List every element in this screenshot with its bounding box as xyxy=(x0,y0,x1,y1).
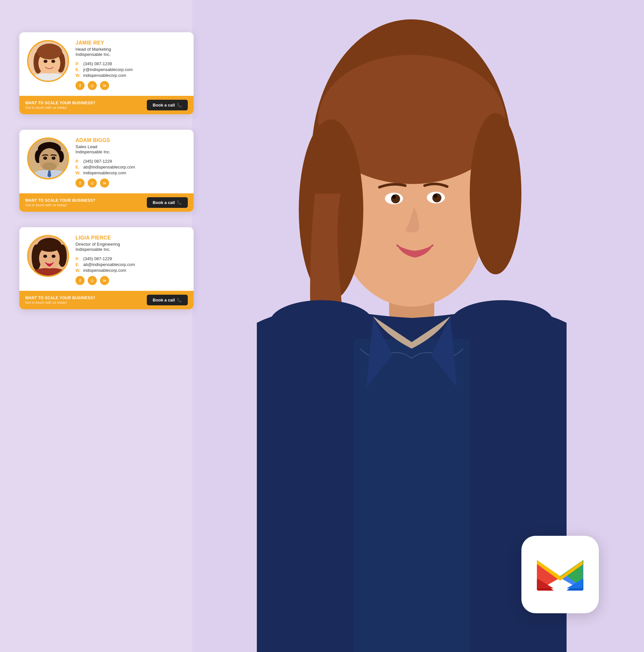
avatar-adam xyxy=(27,137,69,180)
cta-subtext-jamie: Get in touch with us today! xyxy=(25,106,95,109)
company-ligia: Indispensable Inc. xyxy=(76,247,186,252)
svg-point-43 xyxy=(37,44,62,59)
info-jamie: JAMIE REY Head of Marketing Indispensabl… xyxy=(76,40,186,90)
name-adam: ADAM BIGGS xyxy=(76,137,186,143)
signature-card-jamie: JAMIE REY Head of Marketing Indispensabl… xyxy=(19,32,194,114)
signature-card-ligia: LIGIA PIERCE Director of Engineering Ind… xyxy=(19,227,194,309)
signature-card-adam: ADAM BIGGS Sales Lead Indispensable Inc.… xyxy=(19,130,194,212)
phone-label-adam: P. xyxy=(76,159,81,164)
title-ligia: Director of Engineering xyxy=(76,242,186,247)
gmail-icon-badge[interactable] xyxy=(522,536,599,613)
instagram-icon-adam[interactable]: ◎ xyxy=(88,179,97,188)
social-ligia: f ◎ in xyxy=(76,276,186,285)
name-ligia: LIGIA PIERCE xyxy=(76,235,186,241)
website-value-ligia: indispensablecorp.com xyxy=(83,268,126,273)
svg-point-60 xyxy=(43,255,47,258)
phone-label-jamie: P. xyxy=(76,61,81,66)
card-body-adam: ADAM BIGGS Sales Lead Indispensable Inc.… xyxy=(19,130,194,193)
cta-subtext-adam: Get in touch with us today! xyxy=(25,203,95,207)
facebook-icon-ligia[interactable]: f xyxy=(76,276,85,285)
phone-label-ligia: P. xyxy=(76,256,81,261)
facebook-icon-adam[interactable]: f xyxy=(76,179,85,188)
svg-point-6 xyxy=(470,113,522,274)
title-adam: Sales Lead xyxy=(76,144,186,149)
cta-headline-adam: WANT TO SCALE YOUR BUSINESS? xyxy=(25,198,95,203)
email-label-adam: E. xyxy=(76,165,81,169)
cta-banner-jamie: WANT TO SCALE YOUR BUSINESS? Get in touc… xyxy=(19,96,194,114)
phone-value-adam: (345) 087-1229 xyxy=(83,159,112,164)
email-value-adam: ab@indispensablecorp.com xyxy=(83,165,135,169)
svg-point-44 xyxy=(44,60,48,63)
svg-point-9 xyxy=(391,194,400,203)
phone-icon-ligia: 📞 xyxy=(177,298,182,302)
email-value-ligia: ab@indispensablecorp.com xyxy=(83,262,135,267)
linkedin-icon-ligia[interactable]: in xyxy=(100,276,109,285)
svg-point-52 xyxy=(43,157,47,160)
website-value-adam: indispensablecorp.com xyxy=(83,170,126,175)
cta-headline-ligia: WANT TO SCALE YOUR BUSINESS? xyxy=(25,296,95,300)
cta-text-adam: WANT TO SCALE YOUR BUSINESS? Get in touc… xyxy=(25,198,95,207)
phone-icon-jamie: 📞 xyxy=(177,103,182,107)
instagram-icon-jamie[interactable]: ◎ xyxy=(88,81,97,90)
svg-point-12 xyxy=(433,194,437,198)
svg-point-14 xyxy=(270,300,373,345)
svg-point-53 xyxy=(52,157,56,160)
linkedin-icon-adam[interactable]: in xyxy=(100,179,109,188)
avatar-ligia xyxy=(27,235,69,277)
book-call-label-ligia: Book a call xyxy=(152,298,175,302)
cta-subtext-ligia: Get in touch with us today! xyxy=(25,300,95,304)
phone-value-jamie: (345) 087-1239 xyxy=(83,61,112,66)
email-label-jamie: E. xyxy=(76,67,81,72)
email-row-adam: E. ab@indispensablecorp.com xyxy=(76,165,186,169)
name-jamie: JAMIE REY xyxy=(76,40,186,46)
social-adam: f ◎ in xyxy=(76,179,186,188)
social-jamie: f ◎ in xyxy=(76,81,186,90)
linkedin-icon-jamie[interactable]: in xyxy=(100,81,109,90)
website-label-jamie: W. xyxy=(76,73,81,78)
cta-banner-ligia: WANT TO SCALE YOUR BUSINESS? Get in touc… xyxy=(19,291,194,309)
website-row-jamie: W. indispensablecorp.com xyxy=(76,73,186,78)
svg-point-15 xyxy=(450,300,554,345)
book-call-button-jamie[interactable]: Book a call 📞 xyxy=(147,100,188,110)
svg-point-45 xyxy=(51,60,55,63)
phone-row-adam: P. (345) 087-1229 xyxy=(76,159,186,164)
gmail-m-clean xyxy=(537,558,583,592)
email-label-ligia: E. xyxy=(76,262,81,267)
facebook-icon-jamie[interactable]: f xyxy=(76,81,85,90)
company-jamie: Indispensable Inc. xyxy=(76,52,186,57)
svg-point-59 xyxy=(38,239,61,252)
instagram-icon-ligia[interactable]: ◎ xyxy=(88,276,97,285)
book-call-button-ligia[interactable]: Book a call 📞 xyxy=(147,295,188,305)
signature-cards-panel: JAMIE REY Head of Marketing Indispensabl… xyxy=(19,32,194,309)
title-jamie: Head of Marketing xyxy=(76,47,186,52)
avatar-jamie xyxy=(27,40,69,82)
info-adam: ADAM BIGGS Sales Lead Indispensable Inc.… xyxy=(76,137,186,188)
svg-point-10 xyxy=(432,193,441,202)
svg-point-51 xyxy=(42,162,56,170)
card-body-jamie: JAMIE REY Head of Marketing Indispensabl… xyxy=(19,32,194,96)
svg-rect-13 xyxy=(354,339,470,652)
website-row-ligia: W. indispensablecorp.com xyxy=(76,268,186,273)
cta-text-ligia: WANT TO SCALE YOUR BUSINESS? Get in touc… xyxy=(25,296,95,304)
contact-ligia: P. (345) 087-1229 E. ab@indispensablecor… xyxy=(76,256,186,273)
email-row-jamie: E. jr@indispensablecorp.com xyxy=(76,67,186,72)
contact-adam: P. (345) 087-1229 E. ab@indispensablecor… xyxy=(76,159,186,175)
info-ligia: LIGIA PIERCE Director of Engineering Ind… xyxy=(76,235,186,285)
cta-headline-jamie: WANT TO SCALE YOUR BUSINESS? xyxy=(25,101,95,105)
cta-banner-adam: WANT TO SCALE YOUR BUSINESS? Get in touc… xyxy=(19,193,194,212)
svg-point-61 xyxy=(52,255,56,258)
book-call-label-adam: Book a call xyxy=(152,200,175,205)
email-value-jamie: jr@indispensablecorp.com xyxy=(83,67,133,72)
cta-text-jamie: WANT TO SCALE YOUR BUSINESS? Get in touc… xyxy=(25,101,95,109)
phone-icon-adam: 📞 xyxy=(177,200,182,205)
svg-point-11 xyxy=(392,195,396,199)
company-adam: Indispensable Inc. xyxy=(76,150,186,154)
book-call-label-jamie: Book a call xyxy=(152,103,175,107)
contact-jamie: P. (345) 087-1239 E. jr@indispensablecor… xyxy=(76,61,186,78)
book-call-button-adam[interactable]: Book a call 📞 xyxy=(147,197,188,208)
website-value-jamie: indispensablecorp.com xyxy=(83,73,126,78)
website-row-adam: W. indispensablecorp.com xyxy=(76,170,186,175)
email-row-ligia: E. ab@indispensablecorp.com xyxy=(76,262,186,267)
phone-row-ligia: P. (345) 087-1229 xyxy=(76,256,186,261)
phone-row-jamie: P. (345) 087-1239 xyxy=(76,61,186,66)
